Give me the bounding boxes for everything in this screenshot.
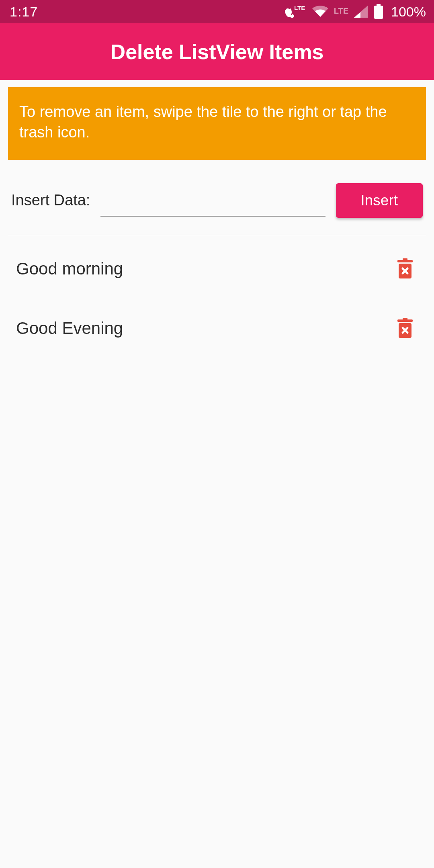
- trash-icon: [396, 258, 414, 279]
- page-title: Delete ListView Items: [111, 40, 324, 64]
- insert-input[interactable]: [100, 184, 326, 217]
- svg-text:LTE: LTE: [294, 5, 305, 11]
- app-bar: Delete ListView Items: [0, 23, 434, 80]
- list-item[interactable]: Good morning: [10, 239, 424, 299]
- status-indicators: LTE LTE 100%: [284, 4, 426, 20]
- insert-row: Insert Data: Insert: [8, 160, 426, 235]
- svg-rect-4: [403, 258, 407, 260]
- delete-button[interactable]: [394, 257, 416, 281]
- svg-rect-2: [374, 6, 383, 19]
- list-item-label: Good morning: [16, 259, 123, 278]
- wifi-call-lte-icon: LTE: [284, 5, 307, 18]
- svg-rect-7: [403, 318, 407, 320]
- item-list: Good morning Good Evening: [8, 235, 426, 358]
- list-item-label: Good Evening: [16, 319, 123, 338]
- battery-percentage: 100%: [391, 4, 426, 20]
- lte-signal-label: LTE: [334, 6, 348, 16]
- status-bar: 1:17 LTE LTE: [0, 0, 434, 23]
- battery-icon: [373, 4, 384, 19]
- info-banner: To remove an item, swipe the tile to the…: [8, 87, 426, 160]
- wifi-icon: [311, 5, 329, 18]
- insert-label: Insert Data:: [11, 192, 90, 209]
- input-underline: [100, 216, 326, 217]
- list-item[interactable]: Good Evening: [10, 299, 424, 358]
- insert-button[interactable]: Insert: [336, 183, 423, 218]
- page-body: To remove an item, swipe the tile to the…: [0, 80, 434, 358]
- info-banner-text: To remove an item, swipe the tile to the…: [19, 103, 387, 141]
- status-time: 1:17: [10, 4, 38, 20]
- cell-signal-icon: [353, 5, 368, 18]
- delete-button[interactable]: [394, 316, 416, 340]
- insert-input-wrap: [100, 184, 326, 217]
- trash-icon: [396, 318, 414, 339]
